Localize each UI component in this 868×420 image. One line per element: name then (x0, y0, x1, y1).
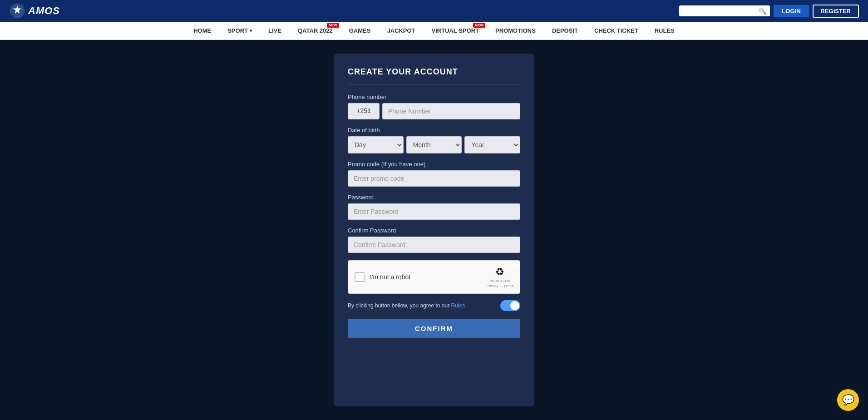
header-right: 🔍 LOGIN REGISTER (679, 5, 859, 18)
recaptcha-links: Privacy - Terms (487, 284, 513, 288)
confirm-button[interactable]: CONFIRM (348, 319, 520, 338)
recaptcha-box: I'm not a robot ♻ reCAPTCHA Privacy - Te… (348, 260, 520, 294)
dob-label: Date of birth (348, 127, 520, 133)
registration-form-card: CREATE YOUR ACCOUNT Phone number +251 Da… (334, 54, 534, 406)
logo-icon (9, 3, 25, 19)
recaptcha-right: ♻ reCAPTCHA Privacy - Terms (487, 266, 513, 288)
password-group: Password (348, 194, 520, 220)
terms-row: By clicking button bellow, you agree to … (348, 300, 520, 311)
logo[interactable]: AMOS (9, 3, 60, 19)
password-label: Password (348, 194, 520, 201)
recaptcha-checkbox[interactable] (355, 272, 365, 282)
terms-toggle[interactable] (500, 300, 520, 311)
logo-text: AMOS (28, 5, 60, 17)
nav-item-rules[interactable]: RULES (646, 22, 683, 40)
confirm-password-input[interactable] (348, 237, 520, 253)
promo-label: Promo code (If you have one) (348, 161, 520, 168)
confirm-password-group: Confirm Password (348, 227, 520, 253)
search-input[interactable] (683, 8, 759, 15)
dob-group: Date of birth Day Month Year (348, 127, 520, 153)
form-divider (348, 84, 520, 84)
nav-item-live[interactable]: LIVE (260, 22, 290, 40)
nav-item-check-ticket[interactable]: CHECK TICKET (586, 22, 646, 40)
nav-item-home[interactable]: HOME (185, 22, 219, 40)
search-bar: 🔍 (679, 5, 770, 16)
recaptcha-label: I'm not a robot (370, 273, 410, 281)
search-icon: 🔍 (759, 7, 766, 15)
virtual-sport-new-badge: NEW (473, 23, 485, 28)
nav-item-qatar[interactable]: NEW QATAR 2022 (290, 22, 341, 40)
confirm-password-label: Confirm Password (348, 227, 520, 234)
phone-label: Phone number (348, 94, 520, 100)
form-title: CREATE YOUR ACCOUNT (348, 67, 520, 77)
dob-month-select[interactable]: Month (406, 136, 462, 153)
header: AMOS 🔍 LOGIN REGISTER (0, 0, 868, 22)
chevron-down-icon: ▾ (250, 28, 252, 33)
main-content: CREATE YOUR ACCOUNT Phone number +251 Da… (0, 40, 868, 420)
phone-prefix: +251 (348, 103, 380, 119)
dob-year-select[interactable]: Year (464, 136, 520, 153)
recaptcha-privacy-link[interactable]: Privacy (487, 284, 498, 288)
main-nav: HOME SPORT ▾ LIVE NEW QATAR 2022 GAMES J… (0, 22, 868, 40)
dob-row: Day Month Year (348, 136, 520, 153)
chat-icon: 💬 (842, 394, 854, 406)
nav-item-virtual-sport[interactable]: NEW VIRTUAL SPORT (424, 22, 488, 40)
nav-item-deposit[interactable]: DEPOSIT (544, 22, 586, 40)
phone-group: Phone number +251 (348, 94, 520, 119)
terms-text-label: By clicking button bellow, you agree to … (348, 302, 451, 309)
rules-link[interactable]: Rules (451, 302, 465, 309)
login-button[interactable]: LOGIN (774, 5, 809, 17)
promo-group: Promo code (If you have one) (348, 161, 520, 187)
nav-item-jackpot[interactable]: JACKPOT (379, 22, 423, 40)
promo-input[interactable] (348, 170, 520, 187)
register-button[interactable]: REGISTER (813, 5, 859, 18)
chat-widget[interactable]: 💬 (837, 389, 859, 411)
qatar-new-badge: NEW (327, 23, 339, 28)
recaptcha-brand-text: reCAPTCHA (490, 279, 510, 283)
recaptcha-left: I'm not a robot (355, 272, 410, 282)
nav-item-promotions[interactable]: PROMOTIONS (487, 22, 544, 40)
recaptcha-logo-icon: ♻ (495, 266, 504, 278)
nav-item-games[interactable]: GAMES (341, 22, 379, 40)
nav-item-sport[interactable]: SPORT ▾ (219, 22, 260, 40)
password-input[interactable] (348, 203, 520, 220)
phone-input[interactable] (382, 103, 520, 119)
dob-day-select[interactable]: Day (348, 136, 404, 153)
recaptcha-terms-link[interactable]: Terms (503, 284, 513, 288)
phone-row: +251 (348, 103, 520, 119)
terms-text: By clicking button bellow, you agree to … (348, 302, 465, 309)
